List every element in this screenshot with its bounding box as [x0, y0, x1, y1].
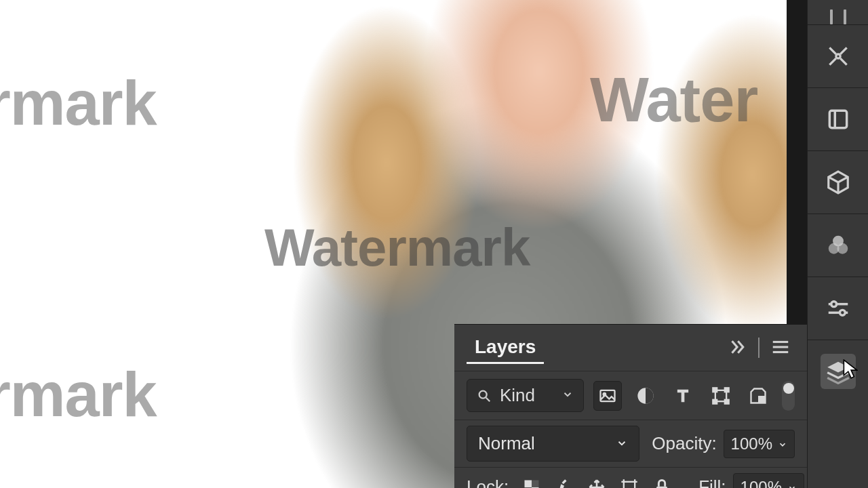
panel-menu-icon[interactable] [766, 333, 795, 363]
filter-smartobject-icon[interactable] [745, 381, 773, 411]
fill-value-text: 100% [741, 478, 782, 489]
panel-title[interactable]: Layers [467, 332, 544, 364]
fill-value[interactable]: 100% [733, 473, 804, 489]
watermark-text: Watermark [264, 217, 530, 279]
lock-artboard-icon[interactable] [620, 475, 639, 489]
opacity-value-text: 100% [731, 434, 772, 453]
blend-mode-select[interactable]: Normal [467, 426, 639, 462]
svg-point-4 [837, 243, 848, 254]
channels-icon[interactable] [821, 228, 856, 263]
svg-rect-18 [713, 388, 717, 392]
chevron-down-icon [561, 388, 574, 403]
svg-rect-27 [624, 481, 635, 488]
svg-point-12 [479, 390, 487, 398]
filter-pixel-icon[interactable] [593, 381, 622, 411]
svg-line-13 [486, 397, 490, 401]
collapse-panel-icon[interactable] [723, 333, 751, 363]
svg-rect-21 [725, 399, 729, 403]
layer-filter-row: Kind [454, 371, 807, 420]
svg-rect-20 [713, 399, 717, 403]
lock-all-icon[interactable] [652, 475, 671, 489]
svg-rect-14 [601, 390, 615, 401]
svg-rect-25 [532, 480, 539, 487]
lock-position-icon[interactable] [587, 475, 606, 489]
svg-point-7 [831, 302, 836, 307]
3d-icon[interactable] [821, 165, 856, 200]
chevron-down-icon [787, 478, 797, 489]
filter-type-icon[interactable] [669, 381, 698, 411]
svg-rect-1 [829, 110, 846, 127]
svg-rect-19 [725, 388, 729, 392]
side-dock [807, 0, 868, 488]
fill-label: Fill: [698, 476, 726, 488]
libraries-icon[interactable] [821, 102, 856, 137]
blend-row: Normal Opacity: 100% [454, 420, 807, 467]
lock-label: Lock: [467, 476, 509, 488]
filter-shape-icon[interactable] [707, 381, 735, 411]
opacity-value[interactable]: 100% [724, 430, 795, 458]
blend-mode-value: Normal [478, 433, 535, 454]
filter-kind-select[interactable]: Kind [467, 379, 584, 412]
fill-control[interactable]: Fill: 100% [698, 473, 804, 489]
dock-grip-icon[interactable] [830, 9, 846, 15]
lock-row: Lock: Fi [454, 467, 807, 488]
filter-adjustment-icon[interactable] [631, 381, 660, 411]
lock-transparent-icon[interactable] [522, 475, 541, 489]
panel-gutter [787, 0, 807, 324]
panel-header: Layers [454, 325, 807, 371]
svg-rect-22 [760, 396, 765, 402]
opacity-control[interactable]: Opacity: 100% [652, 430, 795, 458]
tools-icon[interactable] [821, 39, 856, 74]
chevron-down-icon [616, 433, 628, 454]
separator [758, 338, 760, 358]
filter-kind-label: Kind [500, 385, 535, 406]
watermark-text: atermark [0, 68, 157, 139]
watermark-text: atermark [0, 359, 157, 430]
chevron-down-icon [778, 434, 787, 453]
svg-point-8 [840, 310, 845, 315]
mouse-cursor-icon [843, 359, 858, 380]
svg-rect-23 [525, 480, 532, 487]
adjustments-icon[interactable] [821, 291, 856, 326]
filter-toggle[interactable] [782, 381, 795, 411]
search-icon [477, 388, 492, 403]
opacity-label: Opacity: [652, 433, 716, 454]
watermark-text: Water [590, 64, 757, 136]
layers-panel: Layers Kind [454, 324, 807, 488]
svg-point-0 [835, 54, 840, 58]
lock-pixels-icon[interactable] [555, 475, 574, 489]
